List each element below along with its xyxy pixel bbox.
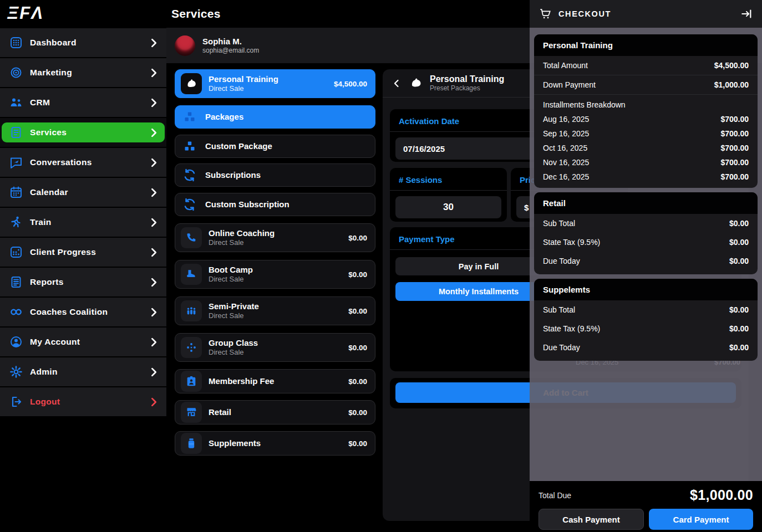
summary-row: Due Today $0.00 — [534, 252, 758, 270]
summary-label: Sub Total — [543, 219, 575, 228]
back-chevron-icon[interactable] — [392, 78, 402, 89]
service-title: Online Coaching — [209, 228, 275, 238]
total-due-label: Total Due — [539, 491, 571, 500]
service-price: $4,500.00 — [334, 80, 367, 88]
sidebar-item-dashboard[interactable]: Dashboard — [0, 28, 166, 57]
sidebar-item-crm[interactable]: CRM — [0, 88, 166, 117]
service-price: $0.00 — [348, 377, 367, 386]
dashboard-icon — [9, 36, 23, 49]
service-card-group-class[interactable]: Group Class Direct Sale $0.00 — [175, 333, 375, 362]
sidebar-item-reports[interactable]: Reports — [0, 268, 166, 296]
service-card-boot-camp[interactable]: Boot Camp Direct Sale $0.00 — [175, 260, 375, 289]
service-title: Membership Fee — [209, 376, 274, 386]
card-payment-button[interactable]: Card Payment — [649, 509, 753, 530]
boot-icon — [181, 264, 202, 285]
checkout-card-personal-training: Personal Training Total Amount $4,500.00… — [534, 34, 758, 188]
sidebar-item-conversations[interactable]: Conversations — [0, 148, 166, 177]
service-card-semi-private[interactable]: Semi-Private Direct Sale $0.00 — [175, 296, 375, 325]
services-list: Personal Training Direct Sale $4,500.00 … — [175, 0, 375, 532]
breakdown-title: Installments Breakdown — [534, 95, 758, 112]
service-title: Personal Training — [209, 74, 278, 84]
service-title: Semi-Private — [209, 301, 259, 311]
active-item-highlight — [2, 122, 165, 142]
brand-logo: ΞFΛ — [0, 0, 166, 27]
summary-row: Down Payment $1,000.00 — [534, 75, 758, 95]
service-price: $0.00 — [348, 408, 367, 417]
sidebar-item-admin[interactable]: Admin — [0, 357, 166, 386]
breakdown-date: Dec 16, 2025 — [543, 172, 589, 181]
chevron-right-icon — [151, 38, 157, 48]
summary-label: Total Amount — [543, 61, 588, 70]
service-subtitle: Direct Sale — [209, 84, 278, 93]
summary-row: Total Amount $4,500.00 — [534, 56, 758, 75]
blocks-icon — [181, 140, 199, 153]
breakdown-date: Nov 16, 2025 — [543, 158, 589, 167]
sidebar-item-my-account[interactable]: My Account — [0, 328, 166, 356]
total-due-value: $1,000.00 — [690, 487, 753, 503]
summary-value: $0.00 — [729, 324, 749, 333]
service-card-online-coaching[interactable]: Online Coaching Direct Sale $0.00 — [175, 223, 375, 252]
service-subtitle: Direct Sale — [209, 238, 275, 247]
sidebar-item-label: Marketing — [30, 68, 72, 78]
logout-icon — [9, 395, 23, 408]
sessions-input[interactable]: 30 — [395, 196, 501, 218]
service-card-supplements[interactable]: Supplements $0.00 — [175, 431, 375, 456]
service-card-subscriptions[interactable]: Subscriptions — [175, 163, 375, 187]
breakdown-row: Dec 16, 2025 $700.00 — [534, 170, 758, 184]
summary-value: $0.00 — [729, 305, 749, 314]
service-card-retail[interactable]: Retail $0.00 — [175, 400, 375, 424]
cart-icon — [539, 8, 551, 20]
breakdown-row: Aug 16, 2025 $700.00 — [534, 112, 758, 126]
summary-value: $1,000.00 — [714, 80, 749, 89]
sidebar-item-client-progress[interactable]: Client Progress — [0, 238, 166, 267]
summary-label: Down Payment — [543, 80, 596, 89]
service-title: Supplements — [209, 438, 261, 448]
service-title: Boot Camp — [209, 265, 253, 275]
sidebar-item-train[interactable]: Train — [0, 208, 166, 237]
sidebar-item-marketing[interactable]: Marketing — [0, 58, 166, 87]
sidebar-item-calendar[interactable]: Calendar — [0, 178, 166, 207]
breakdown-date: Sep 16, 2025 — [543, 129, 589, 138]
summary-row: State Tax (9.5%) $0.00 — [534, 233, 758, 252]
summary-label: State Tax (9.5%) — [543, 324, 600, 333]
chevron-right-icon — [151, 308, 157, 317]
summary-row: State Tax (9.5%) $0.00 — [534, 319, 758, 338]
sidebar-item-coaches-coalition[interactable]: Coaches Coalition — [0, 298, 166, 326]
my-account-icon — [9, 335, 23, 349]
chevron-right-icon — [151, 367, 157, 377]
detail-subtitle: Preset Packages — [430, 84, 504, 93]
sidebar-item-services[interactable]: Services — [0, 118, 166, 147]
badge-icon — [181, 371, 202, 392]
service-card-membership-fee[interactable]: Membership Fee $0.00 — [175, 369, 375, 393]
service-card-custom-subscription[interactable]: Custom Subscription — [175, 193, 375, 216]
cash-payment-button[interactable]: Cash Payment — [539, 509, 644, 530]
summary-value: $0.00 — [729, 257, 749, 265]
calendar-icon — [9, 186, 23, 199]
sidebar-item-logout[interactable]: Logout — [0, 387, 166, 416]
refresh-icon — [181, 198, 199, 211]
summary-value: $4,500.00 — [714, 61, 749, 70]
breakdown-row: Sep 16, 2025 $700.00 — [534, 126, 758, 141]
jar-icon — [181, 433, 202, 454]
chevron-right-icon — [151, 248, 157, 257]
collapse-drawer-icon[interactable] — [740, 8, 753, 20]
checkout-title: CHECKOUT — [558, 9, 611, 18]
service-card-custom-package[interactable]: Custom Package — [175, 135, 375, 158]
breakdown-amount: $700.00 — [720, 172, 749, 181]
chevron-right-icon — [151, 397, 157, 407]
service-price: $0.00 — [348, 439, 367, 448]
checkout-section-title: Suppelemts — [534, 279, 758, 300]
store-icon — [181, 402, 202, 423]
service-card-personal-training[interactable]: Personal Training Direct Sale $4,500.00 — [175, 69, 375, 98]
sidebar-item-label: Calendar — [30, 187, 68, 197]
coaches-coalition-infinity-icon — [9, 305, 23, 319]
dots-icon — [181, 337, 202, 358]
sidebar-item-label: Conversations — [30, 157, 92, 167]
muscle-icon — [409, 76, 423, 90]
sidebar-item-label: My Account — [30, 337, 80, 347]
checkout-card-supplements: Suppelemts Sub Total $0.00 State Tax (9.… — [534, 279, 758, 361]
crm-icon — [9, 96, 23, 109]
service-card-packages[interactable]: Packages — [175, 105, 375, 129]
summary-label: Due Today — [543, 257, 580, 265]
chevron-right-icon — [151, 337, 157, 347]
